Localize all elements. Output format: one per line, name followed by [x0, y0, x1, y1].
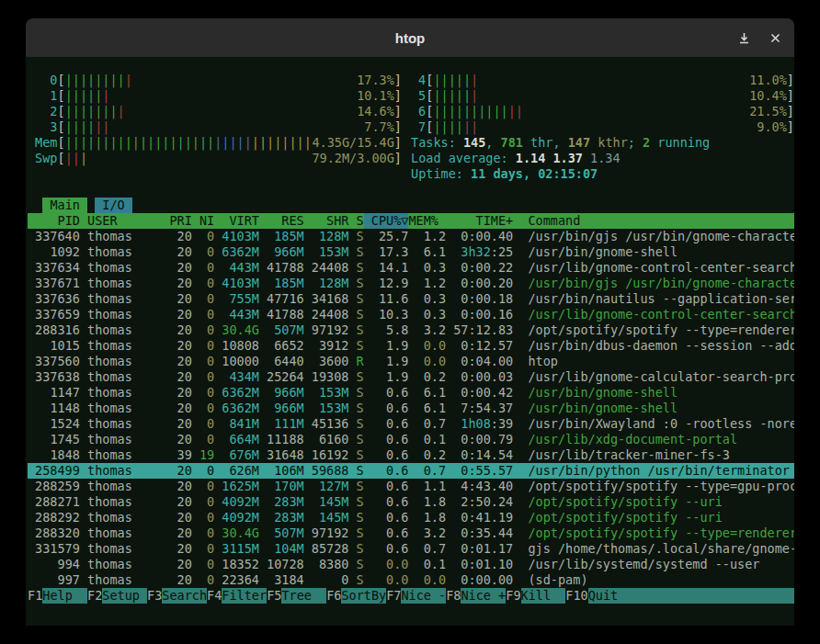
threads-count: 781 — [501, 135, 523, 150]
cell-time: 2:50.24 — [446, 494, 513, 510]
process-row[interactable]: 258499thomas200626M106M59688S0.60.70:55.… — [28, 463, 794, 479]
fn-button-quit[interactable]: F10Quit — [565, 588, 794, 604]
cell-virt: 10000 — [214, 354, 259, 369]
cell-shr: 59688 — [304, 463, 349, 479]
process-row[interactable]: 288316thomas20030.4G507M97192S5.83.257:1… — [28, 322, 794, 338]
column-header-pid[interactable]: PID — [28, 213, 80, 229]
cell-virt: 30.4G — [214, 525, 259, 541]
process-row[interactable]: 337638thomas200434M2526419308S1.90.20:00… — [28, 369, 794, 385]
process-row[interactable]: 337659thomas200443M4178824408S10.30.30:0… — [28, 307, 794, 322]
cell-pri: 20 — [154, 229, 192, 244]
cell-mem: 1.2 — [408, 276, 446, 291]
column-header-command[interactable]: Command — [513, 213, 794, 229]
meter-open-bracket: [ — [58, 73, 65, 88]
time-rest: 0:00.00 — [461, 572, 513, 587]
cell-user: thomas — [80, 369, 154, 385]
process-row[interactable]: 1848thomas3919676M3164816192S0.60.20:14.… — [28, 447, 794, 463]
cell-mem: 0.7 — [408, 416, 446, 432]
titlebar[interactable]: htop — [26, 18, 794, 57]
cell-virt: 664M — [214, 432, 259, 447]
time-rest: 0:12.57 — [461, 338, 513, 353]
column-header-res[interactable]: RES — [259, 213, 304, 229]
meter-segment-green: ||||| — [65, 88, 103, 103]
process-row[interactable]: 1147thomas2006362M966M153MS0.66.10:00.42… — [28, 385, 794, 401]
cell-cpu: 0.0 — [364, 572, 409, 588]
fn-button-filter[interactable]: F4Filter — [207, 588, 267, 604]
cell-cpu: 1.9 — [364, 369, 409, 385]
time-rest: 0:00.42 — [461, 385, 513, 400]
column-header-ni[interactable]: NI — [192, 213, 214, 229]
process-row[interactable]: 288292thomas2004092M283M145MS0.61.80:41.… — [28, 510, 794, 525]
cell-command: gjs /home/thomas/.local/share/gnome-s — [513, 541, 794, 557]
process-row[interactable]: 1745thomas200664M111886160S0.60.10:00.79… — [28, 432, 794, 447]
fn-button-help[interactable]: F1Help — [28, 588, 87, 604]
tab-bar: MainI/O — [28, 198, 794, 213]
column-header-user[interactable]: USER — [80, 213, 154, 229]
process-row[interactable]: 1092thomas2006362M966M153MS17.36.13h32:2… — [28, 244, 794, 260]
process-row[interactable]: 1148thomas2006362M966M153MS0.66.17:54.37… — [28, 401, 794, 416]
load-label: Load average: — [411, 151, 516, 165]
meter-label: 4 — [411, 73, 426, 88]
column-header-cpu-sorted[interactable]: CPU%▽ — [364, 213, 409, 229]
process-row[interactable]: 1015thomas2001080866523912S1.90.00:12.57… — [28, 338, 794, 354]
tab-main[interactable]: Main — [42, 198, 87, 213]
fn-button-nice[interactable]: F8Nice + — [446, 588, 506, 604]
time-rest: 2:50.24 — [461, 494, 513, 509]
process-row[interactable]: 1524thomas200841M111M45136S0.60.71h08:39… — [28, 416, 794, 432]
column-header-shr[interactable]: SHR — [304, 213, 349, 229]
cell-time: 0:00.20 — [446, 276, 513, 291]
cpu-meter-1: 1[||||||10.1%] — [28, 88, 402, 104]
load-average: Load average: 1.141.371.34 — [411, 151, 794, 166]
cpu-meter-3: 3[||||||7.7%] — [28, 119, 402, 135]
fn-label: Help — [42, 588, 87, 604]
cell-res: 283M — [259, 510, 304, 525]
window-down-arrow-button[interactable] — [735, 29, 752, 46]
close-button[interactable] — [767, 29, 783, 46]
cell-pri: 20 — [154, 416, 192, 432]
cell-cpu: 25.7 — [364, 229, 409, 244]
fn-button-nice[interactable]: F7Nice - — [386, 588, 446, 604]
process-row[interactable]: 288259thomas2001625M170M127MS0.61.14:43.… — [28, 479, 794, 494]
cell-command: /opt/spotify/spotify --type=renderer — [513, 322, 794, 338]
cell-command: /usr/bin/gjs /usr/bin/gnome-character — [513, 229, 794, 244]
process-row[interactable]: 288320thomas20030.4G507M97192S0.63.20:35… — [28, 525, 794, 541]
fn-button-setup[interactable]: F2Setup — [87, 588, 147, 604]
column-header-time[interactable]: TIME+ — [446, 213, 513, 229]
process-row[interactable]: 337560thomas2001000064403600R1.90.00:04.… — [28, 354, 794, 369]
cell-time: 0:41.19 — [446, 510, 513, 525]
process-row[interactable]: 337634thomas200443M4178824408S14.10.30:0… — [28, 260, 794, 276]
fn-key: F1 — [28, 588, 42, 604]
fn-key: F4 — [207, 588, 222, 604]
load-1min: 1.14 — [516, 151, 546, 165]
cell-time: 1h08:39 — [446, 416, 513, 432]
cell-pid: 1745 — [28, 432, 80, 447]
process-row[interactable]: 331579thomas2003115M104M85728S0.60.70:01… — [28, 541, 794, 557]
process-row[interactable]: 994thomas20018352107288380S0.00.10:01.10… — [28, 557, 794, 572]
cell-pri: 20 — [154, 525, 192, 541]
fn-button-sortby[interactable]: F6SortBy — [326, 588, 386, 604]
tab-io[interactable]: I/O — [95, 198, 132, 213]
cell-virt: 676M — [214, 447, 259, 463]
process-row[interactable]: 337640thomas2004103M185M128MS25.71.20:00… — [28, 229, 794, 244]
process-row[interactable]: 997thomas2002236431840S0.00.00:00.00(sd-… — [28, 572, 794, 588]
process-row[interactable]: 288271thomas2004092M283M145MS0.61.82:50.… — [28, 494, 794, 510]
cell-pid: 1848 — [28, 447, 80, 463]
cell-mem: 0.7 — [408, 541, 446, 557]
cell-res: 966M — [259, 385, 304, 401]
cell-user: thomas — [80, 322, 154, 338]
meter-segment-green: |||| — [433, 119, 463, 134]
meter-bar: ||||||||14.6% — [65, 104, 394, 119]
cell-mem: 3.2 — [408, 322, 446, 338]
fn-button-tree[interactable]: F5Tree — [267, 588, 326, 604]
column-header-pri[interactable]: PRI — [154, 213, 192, 229]
process-row[interactable]: 337671thomas2004103M185M128MS12.91.20:00… — [28, 276, 794, 291]
fn-button-search[interactable]: F3Search — [147, 588, 207, 604]
column-header-virt[interactable]: VIRT — [214, 213, 259, 229]
cell-pri: 20 — [154, 557, 192, 572]
fn-button-kill[interactable]: F9Kill — [506, 588, 565, 604]
cell-time: 0:00.03 — [446, 369, 513, 385]
column-header-state[interactable]: S — [348, 213, 363, 229]
column-header-mem[interactable]: MEM% — [408, 213, 446, 229]
cell-pid: 337636 — [28, 291, 80, 307]
process-row[interactable]: 337636thomas200755M4771634168S11.60.30:0… — [28, 291, 794, 307]
